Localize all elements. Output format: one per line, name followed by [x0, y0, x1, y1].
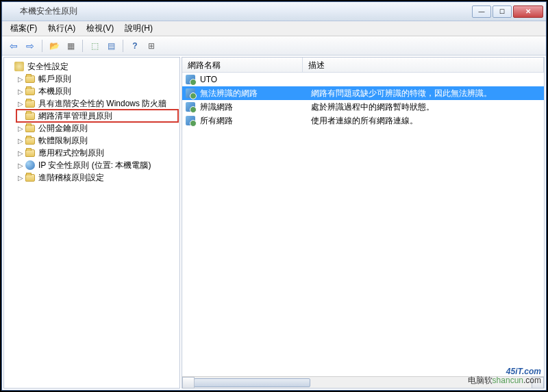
folder-icon — [25, 123, 36, 134]
properties-icon: ▦ — [67, 41, 75, 51]
tree-item-label: IP 安全性原則 (位置: 本機電腦) — [38, 160, 151, 171]
menu-action[interactable]: 執行(A) — [42, 21, 81, 36]
tree-toggle-icon: ▷ — [16, 125, 25, 132]
tree-pane: 安全性設定 ▷帳戶原則▷本機原則▷具有進階安全性的 Windows 防火牆網路清… — [3, 57, 180, 389]
list-view-button[interactable]: ⊞ — [144, 38, 159, 53]
folder-icon — [25, 172, 36, 183]
tree-root-label: 安全性設定 — [27, 61, 68, 73]
arrow-right-icon: ⇨ — [26, 40, 34, 51]
cell-name: 辨識網路 — [199, 101, 306, 113]
app-icon — [5, 6, 16, 17]
tree-item-label: 網路清單管理員原則 — [38, 110, 112, 122]
tree-item-label: 公開金鑰原則 — [38, 123, 88, 134]
list-row[interactable]: UTO — [182, 73, 544, 86]
list-row[interactable]: 所有網路使用者連線的所有網路連線。 — [182, 114, 544, 127]
refresh-icon: ▤ — [108, 41, 115, 51]
network-icon — [185, 88, 196, 99]
column-header-desc[interactable]: 描述 — [303, 58, 544, 72]
globe-icon — [25, 160, 36, 171]
tree-item-2[interactable]: ▷具有進階安全性的 Windows 防火牆 — [16, 97, 178, 110]
separator — [82, 40, 83, 52]
tree-toggle-icon: ▷ — [16, 149, 25, 157]
tree-root[interactable]: 安全性設定 — [5, 60, 178, 73]
folder-icon — [25, 147, 36, 158]
network-icon — [185, 101, 196, 112]
titlebar: 本機安全性原則 — [2, 2, 546, 21]
tree-toggle-icon: ▷ — [16, 100, 25, 108]
menu-help[interactable]: 說明(H) — [119, 21, 158, 36]
export-button[interactable]: ⬚ — [87, 38, 102, 53]
column-header-name[interactable]: 網路名稱 — [182, 58, 303, 72]
scrollbar-thumb[interactable] — [194, 378, 310, 387]
tree-children: ▷帳戶原則▷本機原則▷具有進階安全性的 Windows 防火牆網路清單管理員原則… — [5, 73, 178, 184]
folder-icon — [25, 135, 36, 146]
window-controls — [471, 5, 543, 18]
tree-item-label: 帳戶原則 — [38, 73, 71, 85]
list-icon: ⊞ — [148, 41, 155, 51]
tree-item-6[interactable]: ▷應用程式控制原則 — [16, 147, 178, 159]
properties-button[interactable]: ▦ — [63, 38, 78, 53]
network-icon — [185, 74, 196, 85]
tree-item-label: 應用程式控制原則 — [38, 147, 104, 159]
tree-toggle-icon: ▷ — [16, 162, 25, 169]
forward-button[interactable]: ⇨ — [23, 38, 38, 53]
arrow-left-icon: ⇦ — [10, 40, 18, 51]
list-body: UTO無法辨識的網路網路有問題或缺少可辨識的特徵，因此無法辨識。辨識網路處於辨識… — [182, 73, 544, 376]
tree-item-4[interactable]: ▷公開金鑰原則 — [16, 122, 178, 134]
cell-desc: 處於辨識過程中的網路暫時狀態。 — [306, 101, 544, 113]
window-title: 本機安全性原則 — [20, 5, 471, 17]
close-button[interactable] — [513, 5, 543, 18]
list-pane: 網路名稱 描述 UTO無法辨識的網路網路有問題或缺少可辨識的特徵，因此無法辨識。… — [182, 57, 545, 389]
tree-toggle-icon: ▷ — [16, 75, 25, 83]
cell-name: 無法辨識的網路 — [199, 88, 306, 99]
tree-item-label: 進階稽核原則設定 — [38, 172, 104, 184]
tree-item-0[interactable]: ▷帳戶原則 — [16, 73, 178, 85]
tree-item-3[interactable]: 網路清單管理員原則 — [16, 110, 178, 122]
tree-item-5[interactable]: ▷軟體限制原則 — [16, 134, 178, 147]
toolbar: ⇦ ⇨ 📂 ▦ ⬚ ▤ ? ⊞ — [2, 36, 546, 56]
up-folder-button[interactable]: 📂 — [47, 38, 62, 53]
folder-icon — [25, 86, 36, 97]
menubar: 檔案(F) 執行(A) 檢視(V) 說明(H) — [2, 21, 546, 36]
refresh-button[interactable]: ▤ — [103, 38, 119, 53]
window: 本機安全性原則 檔案(F) 執行(A) 檢視(V) 說明(H) ⇦ ⇨ 📂 ▦ … — [1, 1, 547, 391]
tree-item-label: 具有進階安全性的 Windows 防火牆 — [38, 98, 166, 110]
content-area: 安全性設定 ▷帳戶原則▷本機原則▷具有進階安全性的 Windows 防火牆網路清… — [2, 56, 546, 390]
help-icon: ? — [132, 41, 137, 51]
tree-item-1[interactable]: ▷本機原則 — [16, 85, 178, 97]
folder-icon — [25, 98, 36, 109]
folder-icon — [25, 73, 36, 84]
cell-desc: 使用者連線的所有網路連線。 — [306, 115, 544, 127]
maximize-button[interactable] — [493, 5, 512, 18]
list-row[interactable]: 無法辨識的網路網路有問題或缺少可辨識的特徵，因此無法辨識。 — [182, 86, 544, 100]
separator — [123, 40, 123, 52]
separator — [42, 40, 42, 52]
help-button[interactable]: ? — [127, 38, 142, 53]
folder-icon — [25, 110, 36, 121]
folder-up-icon: 📂 — [49, 41, 60, 51]
minimize-button[interactable] — [472, 5, 491, 18]
tree-item-8[interactable]: ▷進階稽核原則設定 — [16, 171, 178, 184]
menu-file[interactable]: 檔案(F) — [5, 21, 42, 36]
list-row[interactable]: 辨識網路處於辨識過程中的網路暫時狀態。 — [182, 100, 544, 114]
back-button[interactable]: ⇦ — [6, 38, 21, 53]
security-icon — [14, 61, 25, 72]
tree-item-7[interactable]: ▷IP 安全性原則 (位置: 本機電腦) — [16, 159, 178, 171]
network-icon — [185, 115, 196, 126]
cell-name: 所有網路 — [199, 115, 306, 127]
tree-toggle-icon: ▷ — [16, 137, 25, 145]
menu-view[interactable]: 檢視(V) — [81, 21, 119, 36]
tree-item-label: 本機原則 — [38, 86, 71, 97]
list-header: 網路名稱 描述 — [182, 58, 544, 73]
cell-name: UTO — [199, 75, 306, 84]
tree-toggle-icon: ▷ — [16, 174, 25, 182]
export-icon: ⬚ — [91, 41, 99, 51]
cell-desc: 網路有問題或缺少可辨識的特徵，因此無法辨識。 — [306, 88, 544, 99]
horizontal-scrollbar[interactable] — [182, 376, 544, 388]
tree-item-label: 軟體限制原則 — [38, 135, 88, 147]
tree-toggle-icon: ▷ — [16, 88, 25, 95]
